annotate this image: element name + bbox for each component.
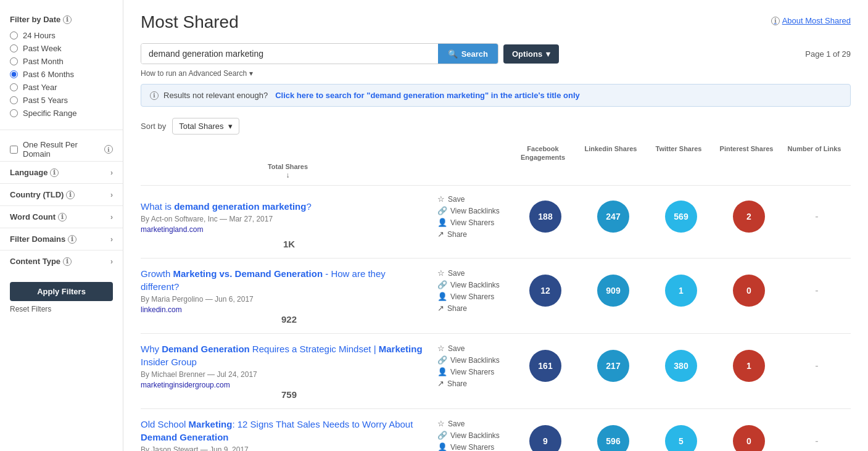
- facebook-cell: 12: [511, 275, 579, 307]
- radio-past-year[interactable]: Past Year: [10, 81, 113, 94]
- one-result-row[interactable]: One Result Per Domain ℹ: [0, 138, 123, 161]
- word-count-chevron-icon: ›: [110, 213, 113, 221]
- facebook-circle: 161: [529, 350, 561, 382]
- options-button[interactable]: Options ▾: [503, 44, 559, 64]
- result-title[interactable]: Growth Marketing vs. Demand Generation -…: [141, 268, 386, 292]
- col-total-header: Total Shares ↓: [141, 162, 435, 181]
- save-icon: ☆: [437, 419, 445, 428]
- save-action[interactable]: ☆ Save: [437, 194, 511, 204]
- search-row: 🔍 Search Options ▾ Page 1 of 29: [141, 43, 851, 64]
- radio-past-month-input[interactable]: [10, 57, 18, 65]
- share-action[interactable]: ↗ Share: [437, 379, 511, 388]
- sort-arrow-icon: ↓: [286, 171, 290, 181]
- language-info-icon[interactable]: ℹ: [50, 168, 59, 177]
- links-value: -: [815, 285, 818, 296]
- page-header: Most Shared ℹ About Most Shared: [141, 12, 851, 32]
- result-meta: By Jason Stewart — Jun 9, 2017: [141, 445, 425, 451]
- twitter-circle: 1: [665, 275, 697, 307]
- linkedin-circle: 909: [597, 275, 629, 307]
- save-action[interactable]: ☆ Save: [437, 268, 511, 278]
- result-domain[interactable]: linkedin.com: [141, 305, 425, 314]
- page-title: Most Shared: [141, 12, 239, 32]
- word-count-info-icon[interactable]: ℹ: [58, 213, 67, 221]
- result-title[interactable]: Old School Marketing: 12 Signs That Sale…: [141, 419, 413, 442]
- view-sharers-action[interactable]: 👤 View Sharers: [437, 292, 511, 301]
- about-most-shared-link[interactable]: ℹ About Most Shared: [771, 16, 851, 25]
- radio-specific-range[interactable]: Specific Range: [10, 107, 113, 120]
- share-icon: ↗: [437, 379, 444, 388]
- result-domain[interactable]: marketinginsidergroup.com: [141, 381, 425, 389]
- backlink-icon: 🔗: [437, 355, 447, 365]
- country-filter[interactable]: Country (TLD) ℹ ›: [0, 183, 123, 205]
- radio-24h[interactable]: 24 Hours: [10, 29, 113, 42]
- view-backlinks-action[interactable]: 🔗 View Backlinks: [437, 431, 511, 440]
- country-info-icon[interactable]: ℹ: [66, 191, 75, 199]
- result-actions: ☆ Save 🔗 View Backlinks 👤 View Sharers ↗…: [437, 194, 511, 239]
- share-action[interactable]: ↗ Share: [437, 304, 511, 313]
- save-action[interactable]: ☆ Save: [437, 344, 511, 353]
- links-cell: -: [783, 285, 851, 296]
- share-action[interactable]: ↗ Share: [437, 230, 511, 239]
- total-cell: 922: [141, 314, 437, 325]
- save-action[interactable]: ☆ Save: [437, 419, 511, 428]
- result-row: Why Demand Generation Requires a Strateg…: [141, 333, 851, 408]
- radio-past-month[interactable]: Past Month: [10, 55, 113, 68]
- view-backlinks-action[interactable]: 🔗 View Backlinks: [437, 280, 511, 289]
- search-input[interactable]: [141, 44, 438, 64]
- result-meta: By Act-on Software, Inc — Mar 27, 2017: [141, 215, 425, 223]
- date-filter-group: 24 Hours Past Week Past Month Past 6 Mon…: [0, 27, 123, 122]
- filter-domains-info-icon[interactable]: ℹ: [68, 235, 76, 244]
- pinterest-cell: 1: [715, 350, 783, 382]
- radio-past-year-input[interactable]: [10, 83, 18, 91]
- radio-past-5years[interactable]: Past 5 Years: [10, 94, 113, 107]
- reset-filters-link[interactable]: Reset Filters: [0, 304, 123, 315]
- about-info-icon: ℹ: [771, 17, 780, 25]
- view-sharers-action[interactable]: 👤 View Sharers: [437, 442, 511, 451]
- search-button[interactable]: 🔍 Search: [438, 44, 498, 64]
- one-result-info-icon[interactable]: ℹ: [104, 145, 113, 154]
- options-btn-label: Options: [512, 49, 542, 59]
- word-count-filter[interactable]: Word Count ℹ ›: [0, 205, 123, 228]
- radio-past-6months-input[interactable]: [10, 70, 18, 78]
- radio-24h-label: 24 Hours: [23, 31, 56, 40]
- alert-link[interactable]: Click here to search for "demand generat…: [275, 91, 580, 100]
- sidebar: Filter by Date ℹ 24 Hours Past Week Past…: [0, 0, 123, 451]
- share-icon: ↗: [437, 304, 444, 313]
- col-linkedin-label: Linkedin Shares: [585, 144, 637, 153]
- country-label: Country (TLD): [10, 190, 64, 199]
- view-sharers-action[interactable]: 👤 View Sharers: [437, 367, 511, 376]
- sort-chevron-icon: ▾: [228, 122, 233, 131]
- filter-domains-filter[interactable]: Filter Domains ℹ ›: [0, 228, 123, 250]
- facebook-circle: 12: [529, 275, 561, 307]
- radio-past-6months[interactable]: Past 6 Months: [10, 68, 113, 81]
- result-title[interactable]: Why Demand Generation Requires a Strateg…: [141, 344, 423, 367]
- results-container: What is demand generation marketing? By …: [141, 185, 851, 451]
- content-type-filter[interactable]: Content Type ℹ ›: [0, 250, 123, 272]
- page-info: Page 1 of 29: [805, 49, 851, 59]
- radio-past-5years-input[interactable]: [10, 96, 18, 104]
- language-chevron-icon: ›: [110, 168, 113, 177]
- content-type-info-icon[interactable]: ℹ: [63, 257, 72, 266]
- language-filter[interactable]: Language ℹ ›: [0, 161, 123, 183]
- radio-past-week[interactable]: Past Week: [10, 42, 113, 55]
- view-backlinks-action[interactable]: 🔗 View Backlinks: [437, 206, 511, 215]
- filter-date-info-icon[interactable]: ℹ: [63, 15, 72, 24]
- total-value: 922: [281, 314, 297, 325]
- facebook-circle: 9: [529, 425, 561, 451]
- total-cell: 1K: [141, 239, 437, 249]
- radio-past-6months-label: Past 6 Months: [23, 70, 74, 79]
- sort-dropdown[interactable]: Total Shares ▾: [172, 118, 239, 134]
- radio-24h-input[interactable]: [10, 31, 18, 39]
- advanced-search-link[interactable]: How to run an Advanced Search ▾: [141, 69, 851, 78]
- view-sharers-action[interactable]: 👤 View Sharers: [437, 218, 511, 227]
- twitter-cell: 5: [647, 425, 715, 451]
- links-cell: -: [783, 436, 851, 447]
- radio-specific-range-input[interactable]: [10, 109, 18, 117]
- view-backlinks-action[interactable]: 🔗 View Backlinks: [437, 355, 511, 365]
- radio-past-week-input[interactable]: [10, 44, 18, 52]
- result-domain[interactable]: marketingland.com: [141, 225, 425, 234]
- one-result-checkbox[interactable]: [10, 146, 18, 154]
- options-chevron-icon: ▾: [546, 49, 550, 59]
- result-title[interactable]: What is demand generation marketing?: [141, 201, 312, 212]
- apply-filters-button[interactable]: Apply Filters: [10, 282, 113, 301]
